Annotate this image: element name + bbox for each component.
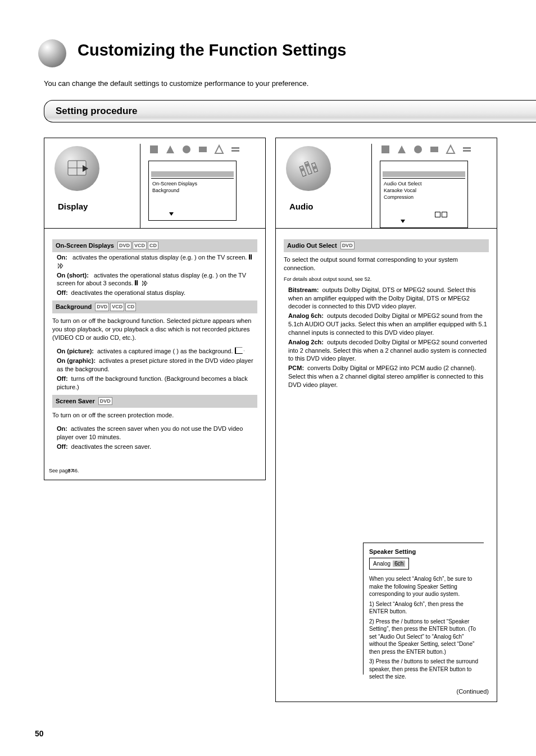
osd-row: On-Screen Displays [152,180,197,187]
osd-row: Background [152,187,179,194]
tab-icon [230,144,241,155]
setting-option: Analog 2ch:outputs decoded Dolby Digital… [288,338,489,363]
column-header: Audio Out Select Karaoke Vocal Compressi… [276,138,497,229]
svg-rect-7 [199,147,207,152]
page-number: 50 [35,728,44,739]
osd-row: Audio Out Select [384,180,422,187]
column-body: On-Screen Displays DVDVCDCD On: activate… [44,228,265,480]
svg-point-22 [414,145,422,153]
setting-option: On (picture):activates a captured image … [57,347,257,356]
display-category-icon [54,146,99,191]
setting-heading: On-Screen Displays DVDVCDCD [52,239,257,252]
disc-tags: DVD [340,242,355,249]
svg-rect-20 [381,145,389,153]
column-display: On-Screen Displays Background Display On… [44,138,266,480]
svg-rect-23 [430,147,438,152]
setting-option: PCM:converts Dolby Digital or MPEG2 into… [288,364,489,389]
tab-icon [197,144,208,155]
section-ribbon: Setting procedure [44,100,536,122]
tab-icon [165,144,176,155]
svg-rect-4 [150,145,158,153]
setting-option: On:activates the screen saver when you d… [57,425,257,441]
inset-text: When you select “Analog 6ch”, be sure to… [369,575,480,598]
setting-option: On (graphic):activates a preset picture … [57,357,257,374]
inset-step: 1) Select “Analog 6ch”, then press the E… [369,600,480,616]
svg-rect-25 [463,150,471,152]
setting-option: Off:deactivates the operational status d… [57,289,257,297]
speaker-setting-inset: Speaker Setting Analog6ch When you selec… [363,543,484,675]
setting-desc: To select the output sound format corres… [284,256,489,272]
pause-icon [249,253,253,262]
column-body: Audio Out Select DVD To select the outpu… [276,228,497,702]
osd-row: Karaoke Vocal [384,187,416,194]
osd-preview: Audio Out Select Karaoke Vocal Compressi… [380,161,468,228]
svg-rect-8 [231,147,239,149]
note: For details about output sound, see 52. [284,276,489,283]
osd-row: Compression [384,194,414,201]
disc-tags: DVDVCDCD [95,303,136,311]
setting-desc: To turn on or off the screen protection … [52,411,257,420]
column-header: On-Screen Displays Background Display [44,138,265,229]
setting-option: Off:deactivates the screen saver. [57,443,257,451]
tab-icon [214,144,225,155]
column-title: Audio [289,201,314,212]
audio-category-icon [286,146,331,191]
tab-icon [445,144,456,155]
tab-icon [412,144,424,155]
setting-heading: Audio Out Select DVD [284,239,489,252]
tab-icon [461,144,473,155]
bullet-sphere-icon [38,39,66,67]
tab-icon [396,144,407,155]
column-audio: Audio Out Select Karaoke Vocal Compressi… [275,138,497,702]
svg-marker-10 [58,263,60,268]
inset-title: Speaker Setting [369,548,480,556]
svg-marker-11 [61,263,63,268]
setting-option: On (short): activates the operational st… [57,271,257,288]
tab-icon [148,144,160,155]
setting-heading: Screen Saver DVD [52,395,257,408]
page-title: Customizing the Function Settings [78,39,346,61]
svg-marker-12 [142,281,144,286]
tab-icon [380,144,391,155]
osd-tab-icons [148,144,241,155]
svg-rect-9 [231,150,239,152]
continued-label: (Continued) [457,687,489,696]
footnote: See page 46. 37 [49,467,79,474]
disc-tags: DVDVCDCD [117,242,158,249]
slow-icon [57,262,67,270]
osd-tab-icons [380,144,473,155]
tab-icon [429,144,440,155]
setting-option: Analog 6ch:outputs decoded Dolby Digital… [288,312,489,337]
marker-icon [235,347,244,354]
svg-marker-5 [166,145,174,153]
pause-icon [135,279,139,288]
svg-marker-21 [398,145,406,153]
disc-tags: DVD [98,397,112,405]
svg-rect-24 [463,147,471,149]
setting-option: Bitstream:outputs Dolby Digital, DTS or … [288,286,489,311]
svg-marker-13 [145,281,147,286]
inset-step: 3) Press the / buttons to select the sur… [369,658,480,681]
setting-option: On: activates the operational status dis… [57,253,257,270]
page-subtitle: You can change the default settings to c… [44,79,308,89]
slow-icon [141,279,151,288]
inset-io: Analog6ch [369,558,409,570]
osd-preview: On-Screen Displays Background [148,161,237,221]
svg-point-6 [183,145,190,153]
tab-icon [181,144,192,155]
inset-step: 2) Press the / buttons to select “Speake… [369,618,480,656]
column-title: Display [58,201,88,212]
setting-desc: To turn on or off the background functio… [52,317,257,342]
setting-option: Off:turns off the background function. (… [57,375,257,391]
setting-heading: Background DVDVCDCD [52,300,257,313]
